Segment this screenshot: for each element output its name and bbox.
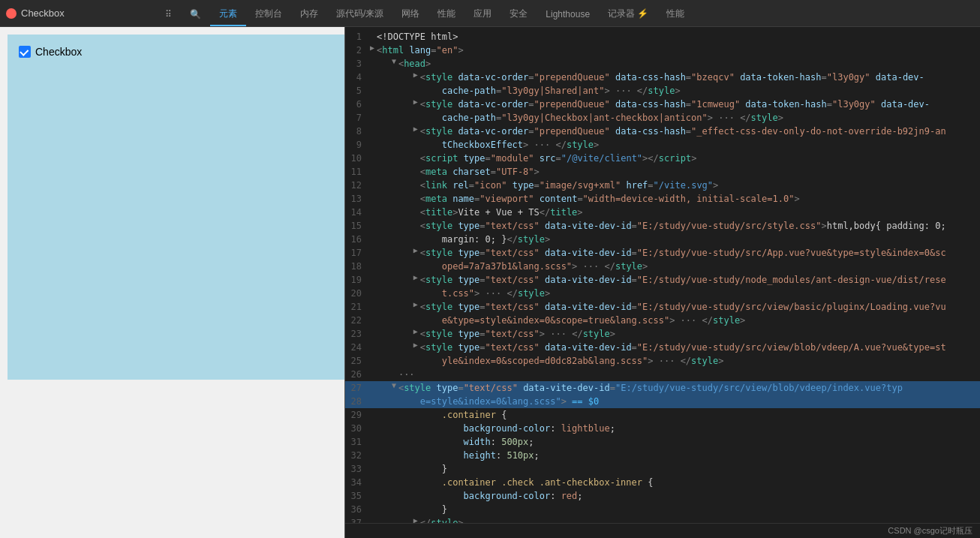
tab-elements[interactable]: 元素 xyxy=(210,3,246,26)
tabs-area: ⠿🔍元素控制台内存源代码/来源网络性能应用安全Lighthouse记录器 ⚡性能 xyxy=(156,0,974,26)
code-line[interactable]: 30 background-color: lightblue; xyxy=(345,422,980,435)
code-line[interactable]: 6 <style data-vc-order="prependQueue" da… xyxy=(345,98,980,111)
code-line[interactable]: 8 <style data-vc-order="prependQueue" da… xyxy=(345,125,980,138)
tab-sources[interactable]: 源代码/来源 xyxy=(327,3,392,26)
indent-spacer xyxy=(368,368,389,381)
code-line[interactable]: 34 .container .check .ant-checkbox-inner… xyxy=(345,476,980,489)
indent-spacer xyxy=(368,98,411,111)
code-content: background-color: red; xyxy=(464,489,583,503)
devtools-panel: 1<!DOCTYPE html>2<html lang="en">3 <head… xyxy=(345,27,980,538)
code-line[interactable]: 31 width: 500px; xyxy=(345,435,980,449)
watermark: CSDN @csgo记时瓶压 xyxy=(888,525,972,536)
tab-perf2[interactable]: 性能 xyxy=(657,3,693,26)
main-content: Checkbox 1<!DOCTYPE html>2<html lang="en… xyxy=(0,27,980,538)
indent-spacer xyxy=(368,219,411,233)
code-line[interactable]: 10 <script type="module" src="/@vite/cli… xyxy=(345,152,980,165)
checkbox-label[interactable]: Checkbox xyxy=(19,46,82,58)
toggle-button[interactable] xyxy=(411,300,420,309)
toggle-button[interactable] xyxy=(368,44,377,53)
indent-spacer xyxy=(368,314,433,327)
code-line[interactable]: 5 cache-path="l3y0gy|Shared|ant"> ··· </… xyxy=(345,84,980,98)
code-line[interactable]: 23 <style type="text/css"> ··· </style> xyxy=(345,327,980,341)
code-line[interactable]: 22 e&type=style&index=0&scope=true&lang.… xyxy=(345,314,980,327)
code-line[interactable]: 25 yle&index=0&scoped=d0dc82ab&lang.scss… xyxy=(345,354,980,368)
code-line[interactable]: 28 e=style&index=0&lang.scss"> == $0 xyxy=(345,395,980,408)
code-line[interactable]: 7 cache-path="l3y0gy|Checkbox|ant-checkb… xyxy=(345,111,980,125)
indent-spacer xyxy=(368,138,433,152)
close-button[interactable] xyxy=(6,8,17,19)
indent-spacer xyxy=(368,489,455,503)
code-content: <link rel="icon" type="image/svg+xml" hr… xyxy=(420,179,719,192)
tab-application[interactable]: 应用 xyxy=(464,3,501,26)
code-line[interactable]: 29 .container { xyxy=(345,408,980,422)
code-line[interactable]: 36 } xyxy=(345,503,980,516)
line-number: 11 xyxy=(345,165,368,179)
code-line[interactable]: 19 <style type="text/css" data-vite-dev-… xyxy=(345,273,980,287)
code-line[interactable]: 9 tCheckboxEffect> ··· </style> xyxy=(345,138,980,152)
line-number: 26 xyxy=(345,368,368,381)
toggle-button[interactable] xyxy=(411,341,420,350)
tab-selector[interactable]: ⠿ xyxy=(156,3,181,26)
indent-spacer xyxy=(368,287,433,300)
tab-security[interactable]: 安全 xyxy=(501,3,537,26)
tab-lighthouse[interactable]: Lighthouse xyxy=(537,3,599,26)
code-area[interactable]: 1<!DOCTYPE html>2<html lang="en">3 <head… xyxy=(345,27,980,523)
indent-spacer xyxy=(368,435,455,449)
code-line[interactable]: 33 } xyxy=(345,462,980,476)
toggle-button[interactable] xyxy=(411,98,420,107)
toggle-button[interactable] xyxy=(411,125,420,134)
code-content: <!DOCTYPE html> xyxy=(377,30,458,44)
tab-console[interactable]: 控制台 xyxy=(246,3,291,26)
code-line[interactable]: 27 <style type="text/css" data-vite-dev-… xyxy=(345,381,980,395)
toggle-button[interactable] xyxy=(411,516,420,523)
toggle-button[interactable] xyxy=(389,57,398,66)
code-line[interactable]: 15 <style type="text/css" data-vite-dev-… xyxy=(345,219,980,233)
line-number: 36 xyxy=(345,503,368,516)
toggle-button[interactable] xyxy=(411,273,420,282)
line-number: 35 xyxy=(345,489,368,503)
code-line[interactable]: 4 <style data-vc-order="prependQueue" da… xyxy=(345,71,980,84)
code-content: <style type="text/css" data-vite-dev-id=… xyxy=(420,219,946,233)
line-number: 12 xyxy=(345,179,368,192)
code-line[interactable]: 12 <link rel="icon" type="image/svg+xml"… xyxy=(345,179,980,192)
toggle-button[interactable] xyxy=(411,327,420,336)
code-line[interactable]: 18 oped=7a7a37b1&lang.scss"> ··· </style… xyxy=(345,260,980,273)
code-line[interactable]: 3 <head> xyxy=(345,57,980,71)
code-content: oped=7a7a37b1&lang.scss"> ··· </style> xyxy=(442,260,648,273)
code-line[interactable]: 11 <meta charset="UTF-8"> xyxy=(345,165,980,179)
indent-spacer xyxy=(368,408,433,422)
toggle-button[interactable] xyxy=(389,381,398,390)
code-line[interactable]: 21 <style type="text/css" data-vite-dev-… xyxy=(345,300,980,314)
code-line[interactable]: 37 </style> xyxy=(345,516,980,523)
code-line[interactable]: 32 height: 510px; xyxy=(345,449,980,462)
code-line[interactable]: 17 <style type="text/css" data-vite-dev-… xyxy=(345,246,980,260)
code-line[interactable]: 13 <meta name="viewport" content="width=… xyxy=(345,192,980,206)
code-content: .container .check .ant-checkbox-inner { xyxy=(442,476,654,489)
code-content: yle&index=0&scoped=d0dc82ab&lang.scss"> … xyxy=(442,354,724,368)
code-line[interactable]: 2<html lang="en"> xyxy=(345,44,980,57)
code-line[interactable]: 1<!DOCTYPE html> xyxy=(345,30,980,44)
tab-recorder[interactable]: 记录器 ⚡ xyxy=(599,3,657,26)
toggle-button[interactable] xyxy=(411,71,420,80)
code-line[interactable]: 16 margin: 0; }</style> xyxy=(345,233,980,246)
line-number: 19 xyxy=(345,273,368,287)
toggle-button[interactable] xyxy=(411,246,420,255)
code-content: height: 510px; xyxy=(464,449,540,462)
line-number: 25 xyxy=(345,354,368,368)
tab-network[interactable]: 网络 xyxy=(392,3,428,26)
line-number: 37 xyxy=(345,516,368,523)
tab-memory[interactable]: 内存 xyxy=(291,3,327,26)
code-line[interactable]: 35 background-color: red; xyxy=(345,489,980,503)
line-number: 33 xyxy=(345,462,368,476)
code-line[interactable]: 24 <style type="text/css" data-vite-dev-… xyxy=(345,341,980,354)
checkbox-box[interactable] xyxy=(19,46,31,58)
tab-inspect[interactable]: 🔍 xyxy=(181,3,210,26)
line-number: 20 xyxy=(345,287,368,300)
line-number: 6 xyxy=(345,98,368,111)
indent-spacer xyxy=(368,179,411,192)
code-line[interactable]: 14 <title>Vite + Vue + TS</title> xyxy=(345,206,980,219)
line-number: 22 xyxy=(345,314,368,327)
code-line[interactable]: 26 ··· xyxy=(345,368,980,381)
tab-performance[interactable]: 性能 xyxy=(428,3,464,26)
code-line[interactable]: 20 t.css"> ··· </style> xyxy=(345,287,980,300)
